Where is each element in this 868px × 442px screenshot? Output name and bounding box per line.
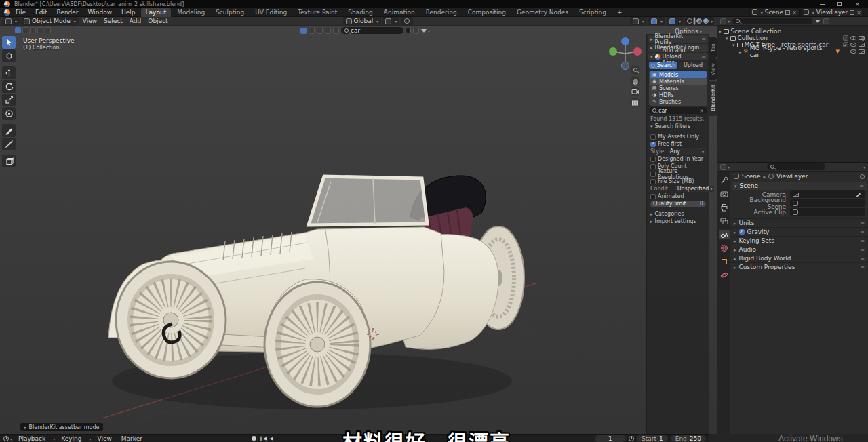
- camera-view-button[interactable]: [630, 87, 640, 96]
- blenderkit-profile-header[interactable]: BlenderKit Profile: [648, 35, 708, 43]
- visibility-icon-4[interactable]: [45, 27, 51, 33]
- shading-solid-button[interactable]: [693, 18, 696, 24]
- render-visibility-icon[interactable]: [859, 49, 865, 54]
- timeline-editor-type-button[interactable]: [3, 435, 12, 442]
- shading-wireframe-button[interactable]: [687, 18, 692, 24]
- properties-editor-type-button[interactable]: [720, 163, 730, 170]
- assetbar-home-icon[interactable]: [333, 28, 339, 34]
- workspace-tab-layout[interactable]: Layout: [141, 8, 172, 17]
- tab-scene[interactable]: [719, 230, 730, 239]
- zoom-button[interactable]: [630, 65, 640, 75]
- workspace-tab-sculpting[interactable]: Sculpting: [211, 8, 249, 17]
- editor-type-button[interactable]: [3, 17, 20, 25]
- sidebar-tab-tool[interactable]: Tool: [709, 37, 717, 58]
- visibility-icon-2[interactable]: [30, 27, 36, 33]
- scene-selector[interactable]: Scene: [749, 9, 800, 16]
- asset-type-brushes[interactable]: ✎Brushes: [650, 98, 707, 105]
- viewport-menu-object[interactable]: Object: [145, 17, 170, 25]
- active-clip-field[interactable]: [790, 208, 865, 216]
- asset-type-scenes[interactable]: ▤Scenes: [650, 85, 707, 92]
- tab-upload[interactable]: Upload: [679, 62, 707, 69]
- maximize-button[interactable]: [833, 1, 846, 7]
- viewlayer-selector[interactable]: ViewLayer: [801, 9, 864, 16]
- auto-key-button[interactable]: [252, 436, 256, 441]
- tool-scale[interactable]: [2, 94, 16, 106]
- workspace-add-button[interactable]: +: [612, 8, 627, 17]
- workspace-tab-rendering[interactable]: Rendering: [421, 8, 462, 17]
- visibility-icon-1[interactable]: [22, 27, 28, 33]
- section-keying-sets[interactable]: Keying Sets: [730, 236, 868, 245]
- tab-object[interactable]: [719, 257, 730, 266]
- shading-material-button[interactable]: [696, 18, 702, 24]
- timeline-menu-view[interactable]: View: [94, 435, 115, 442]
- categories-header[interactable]: Categories: [648, 210, 708, 218]
- outliner-editor-type-button[interactable]: [720, 18, 730, 24]
- menu-window[interactable]: Window: [84, 9, 117, 16]
- search-filters-header[interactable]: Search filters: [648, 123, 708, 130]
- free-first-checkbox[interactable]: Free first: [648, 140, 708, 148]
- workspace-tab-shading[interactable]: Shading: [343, 8, 378, 17]
- render-visibility-icon[interactable]: [859, 43, 865, 47]
- overlays-toggle[interactable]: [648, 17, 665, 25]
- perspective-toggle-button[interactable]: [630, 98, 640, 107]
- current-frame-field[interactable]: 1: [595, 435, 626, 442]
- outliner-row-collection[interactable]: Collection: [719, 35, 867, 41]
- menu-file[interactable]: File: [12, 9, 30, 16]
- menu-help[interactable]: Help: [117, 9, 140, 16]
- workspace-tab-uv-editing[interactable]: UV Editing: [250, 8, 292, 17]
- assetbar-scenes-icon[interactable]: [317, 28, 323, 34]
- eyedropper-icon[interactable]: [857, 192, 863, 197]
- xray-toggle[interactable]: [667, 17, 684, 25]
- menu-edit[interactable]: Edit: [31, 9, 51, 16]
- asset-type-materials[interactable]: ◉Materials: [650, 78, 707, 85]
- workspace-tab-compositing[interactable]: Compositing: [463, 8, 511, 17]
- close-button[interactable]: [850, 1, 864, 7]
- workspace-tab-modeling[interactable]: Modeling: [172, 8, 210, 17]
- jump-to-start-icon[interactable]: ❙◀: [259, 436, 267, 441]
- outliner-search-input[interactable]: [732, 18, 812, 24]
- tab-search[interactable]: Search: [649, 62, 677, 69]
- camera-field[interactable]: [790, 190, 865, 198]
- assetbar-models-icon[interactable]: [300, 28, 307, 34]
- timeline-menu-keying[interactable]: Keying: [58, 435, 85, 442]
- tool-transform[interactable]: [2, 107, 16, 120]
- viewport-menu-select[interactable]: Select: [101, 17, 125, 25]
- tool-measure[interactable]: [2, 138, 16, 150]
- pin-icon[interactable]: [860, 174, 865, 179]
- tab-world[interactable]: [719, 243, 730, 253]
- eye-icon[interactable]: [850, 36, 856, 40]
- prev-frame-icon[interactable]: ◀: [269, 436, 273, 441]
- viewport-menu-view[interactable]: View: [80, 17, 100, 25]
- outliner-row-scene-collection[interactable]: Scene Collection: [719, 28, 867, 35]
- gizmos-toggle[interactable]: [630, 17, 647, 25]
- proportional-edit-button[interactable]: [401, 17, 413, 25]
- workspace-tab-texture-paint[interactable]: Texture Paint: [293, 8, 342, 17]
- menu-render[interactable]: Render: [53, 9, 83, 16]
- tab-render[interactable]: [719, 189, 730, 199]
- animated-checkbox[interactable]: Animated: [648, 193, 708, 200]
- tool-annotate[interactable]: [2, 124, 16, 137]
- assetbar-hdr-icon[interactable]: [325, 28, 331, 34]
- tool-rotate[interactable]: [2, 80, 16, 93]
- style-dropdown[interactable]: Any: [668, 148, 706, 155]
- viewport-3d[interactable]: Object Mode View Select Add Object Globa…: [0, 17, 717, 434]
- mode-selector[interactable]: Object Mode: [21, 17, 79, 25]
- tool-add-cube[interactable]: [2, 155, 16, 167]
- asset-type-hdrs[interactable]: ◑HDRs: [650, 92, 707, 98]
- breadcrumb-scene[interactable]: Scene: [742, 173, 760, 180]
- asset-type-models[interactable]: ▣Models: [650, 71, 707, 78]
- workspace-tab-geometry-nodes[interactable]: Geometry Nodes: [512, 8, 573, 17]
- eye-icon[interactable]: [850, 43, 856, 47]
- frame-end-field[interactable]: End250: [671, 435, 706, 442]
- pan-button[interactable]: [630, 76, 640, 85]
- eye-icon[interactable]: [850, 49, 856, 54]
- scene-panel-header[interactable]: Scene: [732, 182, 867, 190]
- visibility-icon-3[interactable]: [37, 27, 43, 33]
- blenderkit-search-input[interactable]: car: [649, 107, 707, 114]
- workspace-tab-animation[interactable]: Animation: [379, 8, 420, 17]
- gravity-checkbox[interactable]: [739, 229, 745, 235]
- quality-limit-slider[interactable]: Quality limit0: [648, 200, 708, 207]
- section-custom-properties[interactable]: Custom Properties: [730, 262, 868, 271]
- outliner-options-icon[interactable]: [823, 18, 829, 24]
- app-menu-icon[interactable]: [4, 9, 10, 16]
